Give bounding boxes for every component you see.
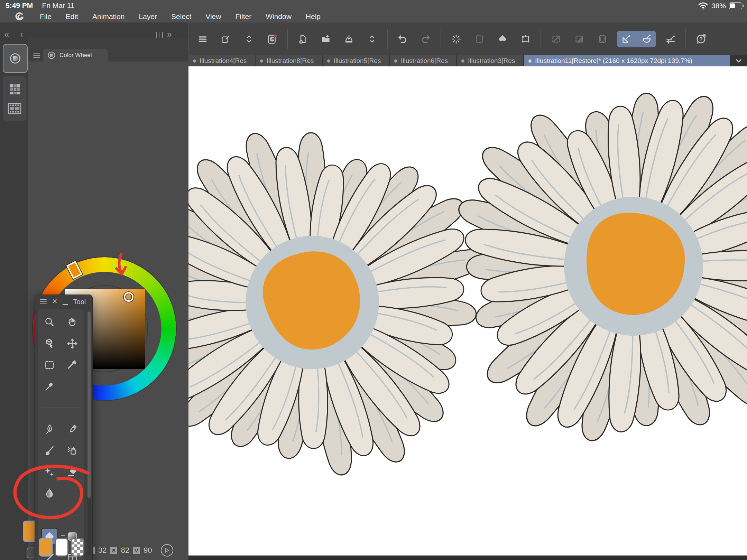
snap-ruler-button[interactable]: [619, 34, 633, 45]
collapse-arrow[interactable]: ‹: [20, 30, 23, 39]
menu-view[interactable]: View: [205, 12, 221, 21]
marker-tool-icon[interactable]: [66, 423, 78, 435]
battery-icon: [729, 2, 742, 9]
snap-special-ruler-button[interactable]: [640, 34, 654, 45]
object-tool-icon[interactable]: [44, 338, 55, 349]
eyedropper-tool-icon[interactable]: [44, 381, 55, 392]
main-color-swatch[interactable]: [39, 538, 53, 557]
save-button[interactable]: [341, 31, 357, 47]
panel-menu-icon[interactable]: [33, 52, 41, 59]
canvas[interactable]: [188, 66, 747, 556]
tool-palette-header[interactable]: × Tool: [35, 295, 92, 309]
swatch-grid-icon[interactable]: [8, 82, 21, 96]
menu-edit[interactable]: Edit: [66, 12, 78, 21]
eraser-tool-icon[interactable]: [66, 466, 78, 478]
pen-tool-icon[interactable]: [44, 423, 55, 435]
chevrons-updown-icon: [367, 34, 377, 44]
tab-illustration11-active[interactable]: Illustration11[Restore]* (747 x 560px …: [524, 55, 730, 66]
tab-label: Illustration4[Res: [200, 57, 247, 65]
save-options-button[interactable]: [364, 31, 380, 47]
wifi-icon: [698, 2, 708, 10]
tool-grid: [38, 309, 84, 560]
tab-dot: [260, 59, 263, 63]
deselect-button[interactable]: [548, 31, 564, 47]
palette-title: Tool: [73, 298, 86, 306]
move-layer-tool-icon[interactable]: [66, 338, 78, 349]
tab-illustration3[interactable]: Illustration3[Res: [457, 55, 523, 66]
tool-divider: [41, 513, 81, 517]
transparent-color-swatch[interactable]: [71, 538, 84, 557]
auto-select-tool-icon[interactable]: [66, 359, 78, 371]
redraw-select-button[interactable]: [471, 31, 488, 47]
menu-animation[interactable]: Animation: [92, 12, 124, 21]
decoration-tool-icon[interactable]: [44, 466, 55, 478]
toolbar-divider: [387, 29, 388, 49]
undo-button[interactable]: [394, 31, 411, 47]
blend-tool-icon[interactable]: [44, 488, 55, 500]
top-chrome: 5:49 PM Fri Mar 11 38% File Edit Animati…: [0, 0, 747, 22]
zoom-tool-icon[interactable]: [44, 316, 55, 328]
new-document-icon: [297, 34, 308, 44]
menu-file[interactable]: File: [40, 12, 52, 21]
sv-cursor[interactable]: [124, 292, 133, 302]
close-icon[interactable]: ×: [52, 297, 57, 306]
hand-tool-icon[interactable]: [66, 316, 78, 328]
tab-color-wheel[interactable]: Color Wheel: [43, 49, 108, 62]
open-clip-studio-button[interactable]: [264, 31, 280, 47]
airbrush-tool-icon[interactable]: [66, 445, 78, 457]
hsv-readout: 32 S 82 V 90: [93, 544, 173, 557]
main-menu-button[interactable]: [194, 31, 211, 47]
color-wheel-icon: [8, 52, 22, 65]
collapse-commands-button[interactable]: [241, 31, 257, 47]
daisy-left: [188, 95, 519, 507]
pen-settings-button[interactable]: [218, 31, 234, 47]
menu-layer[interactable]: Layer: [139, 12, 157, 21]
status-date: Fri Mar 11: [42, 1, 74, 10]
tab-illustration5[interactable]: Illustration5[Res: [323, 55, 389, 66]
clear-fill-button[interactable]: [494, 31, 511, 47]
open-folder-icon: [321, 34, 331, 44]
command-bar: ?: [188, 22, 747, 55]
color-history-button[interactable]: [161, 544, 173, 557]
menu-window[interactable]: Window: [266, 12, 292, 21]
selection-border-button[interactable]: [594, 31, 611, 47]
clip-studio-badge-icon: [267, 34, 278, 45]
tab-illustration6[interactable]: Illustration6[Res: [390, 55, 456, 66]
palette-scrollbar[interactable]: [87, 311, 91, 555]
tab-illustration8[interactable]: Illustration8[Res: [256, 55, 322, 66]
invert-selection-icon: [574, 34, 584, 44]
expand-arrow[interactable]: »: [167, 30, 172, 39]
save-icon: [344, 34, 354, 44]
new-canvas-button[interactable]: [294, 31, 311, 47]
clip-studio-app: 5:49 PM Fri Mar 11 38% File Edit Animati…: [0, 0, 747, 560]
tab-list-button[interactable]: [730, 55, 747, 66]
redo-button[interactable]: [417, 31, 434, 47]
sidebar-item-color-wheel[interactable]: [3, 44, 28, 73]
transform-button[interactable]: [517, 31, 534, 47]
deselect-icon: [551, 34, 561, 44]
sub-color-swatch[interactable]: [55, 538, 68, 557]
invert-selection-button[interactable]: [571, 31, 588, 47]
toolbar-divider: [541, 29, 541, 49]
scrollbar-thumb[interactable]: [87, 311, 91, 498]
selection-tool-icon[interactable]: [44, 359, 55, 371]
palette-menu-icon[interactable]: [39, 299, 47, 305]
canvas-bottom-edge: [188, 556, 747, 560]
snap-special-ruler-icon: [641, 34, 652, 45]
marquee-icon: [474, 34, 485, 44]
tab-illustration4[interactable]: Illustration4[Res: [188, 55, 255, 66]
menu-filter[interactable]: Filter: [235, 12, 251, 21]
animation-cels-icon[interactable]: [7, 102, 22, 115]
transform-icon: [520, 34, 531, 44]
tool-palette[interactable]: × Tool: [35, 295, 93, 560]
brush-tool-icon[interactable]: [44, 445, 55, 457]
open-file-button[interactable]: [317, 31, 334, 47]
help-button[interactable]: ?: [693, 31, 709, 47]
snap-grid-button[interactable]: [662, 31, 679, 47]
swatch-handle: [61, 535, 65, 536]
menu-select[interactable]: Select: [171, 12, 191, 21]
menu-help[interactable]: Help: [306, 12, 321, 21]
minimize-icon[interactable]: [63, 304, 68, 305]
collapse-all-arrow[interactable]: «: [4, 30, 9, 39]
chevron-down-icon: [734, 56, 743, 65]
